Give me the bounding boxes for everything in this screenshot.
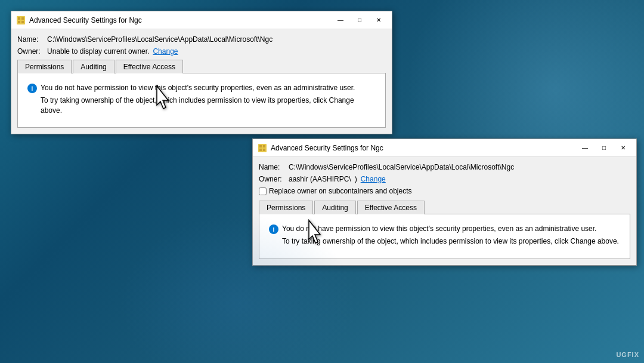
close-btn-1[interactable]: ✕ — [370, 14, 387, 26]
svg-rect-1 — [18, 17, 20, 20]
checkbox-label: Replace owner on subcontainers and objec… — [269, 187, 411, 195]
tabs-1: Permissions Auditing Effective Access — [17, 59, 386, 73]
owner-field-row-2: Owner: aashir (AASHIRPC\ ) Change — [259, 175, 630, 183]
title-controls-1: — □ ✕ — [332, 14, 387, 26]
tab-auditing-2[interactable]: Auditing — [314, 201, 355, 214]
tab-effective-access-1[interactable]: Effective Access — [116, 60, 183, 73]
tab-content-2: i You do not have permission to view thi… — [259, 214, 630, 259]
info-box-2: i You do not have permission to view thi… — [265, 220, 624, 253]
tab-effective-access-2[interactable]: Effective Access — [357, 201, 425, 214]
name-label: Name: — [17, 35, 47, 44]
info-icon-2: i — [269, 224, 278, 234]
info-text-1: You do not have permission to view this … — [41, 83, 376, 118]
change-link-2[interactable]: Change — [361, 175, 386, 183]
owner-label-2: Owner: — [259, 175, 289, 183]
tab-auditing-1[interactable]: Auditing — [73, 60, 114, 73]
window-2: Advanced Security Settings for Ngc — □ ✕… — [252, 139, 637, 266]
owner-value: Unable to display current owner. — [47, 47, 149, 56]
window-icon-1 — [16, 16, 26, 25]
svg-rect-7 — [263, 145, 265, 147]
info-box-1: i You do not have permission to view thi… — [24, 79, 379, 121]
title-bar-2: Advanced Security Settings for Ngc — □ ✕ — [253, 139, 636, 157]
tab-permissions-2[interactable]: Permissions — [259, 201, 313, 214]
minimize-btn-2[interactable]: — — [577, 142, 593, 154]
owner-value-2: aashir (AASHIRPC\ ) — [289, 175, 357, 183]
title-controls-2: — □ ✕ — [577, 142, 631, 154]
replace-owner-checkbox[interactable] — [259, 187, 267, 195]
name-label-2: Name: — [259, 163, 289, 171]
svg-rect-9 — [263, 149, 265, 151]
owner-field-row: Owner: Unable to display current owner. … — [17, 47, 386, 56]
tabs-2: Permissions Auditing Effective Access — [259, 200, 630, 214]
checkbox-row: Replace owner on subcontainers and objec… — [259, 187, 630, 195]
info-text-2: You do not have permission to view this … — [282, 224, 619, 249]
svg-rect-3 — [18, 21, 20, 23]
window-icon-2 — [258, 143, 267, 153]
close-btn-2[interactable]: ✕ — [615, 142, 631, 154]
svg-rect-8 — [259, 149, 262, 151]
svg-rect-4 — [21, 21, 24, 23]
title-bar-1: Advanced Security Settings for Ngc — □ ✕ — [11, 11, 392, 29]
info-icon-1: i — [27, 84, 37, 93]
tab-permissions-1[interactable]: Permissions — [17, 60, 72, 73]
change-link-1[interactable]: Change — [153, 47, 178, 56]
name-field-row: Name: C:\Windows\ServiceProfiles\LocalSe… — [17, 35, 386, 44]
window-content-1: Name: C:\Windows\ServiceProfiles\LocalSe… — [11, 29, 392, 134]
maximize-btn-1[interactable]: □ — [351, 14, 368, 26]
svg-rect-2 — [21, 17, 24, 20]
window-content-2: Name: C:\Windows\ServiceProfiles\LocalSe… — [253, 157, 636, 265]
name-value-2: C:\Windows\ServiceProfiles\LocalService\… — [289, 163, 514, 171]
name-value: C:\Windows\ServiceProfiles\LocalService\… — [47, 35, 273, 44]
title-text-2: Advanced Security Settings for Ngc — [271, 144, 577, 152]
name-field-row-2: Name: C:\Windows\ServiceProfiles\LocalSe… — [259, 163, 630, 171]
owner-label: Owner: — [17, 47, 47, 56]
minimize-btn-1[interactable]: — — [332, 14, 349, 26]
title-text-1: Advanced Security Settings for Ngc — [29, 16, 332, 24]
window-1: Advanced Security Settings for Ngc — □ ✕… — [11, 11, 392, 134]
svg-rect-6 — [259, 145, 262, 147]
tab-content-1: i You do not have permission to view thi… — [17, 73, 386, 128]
watermark: UGFIX — [616, 351, 639, 358]
maximize-btn-2[interactable]: □ — [596, 142, 612, 154]
